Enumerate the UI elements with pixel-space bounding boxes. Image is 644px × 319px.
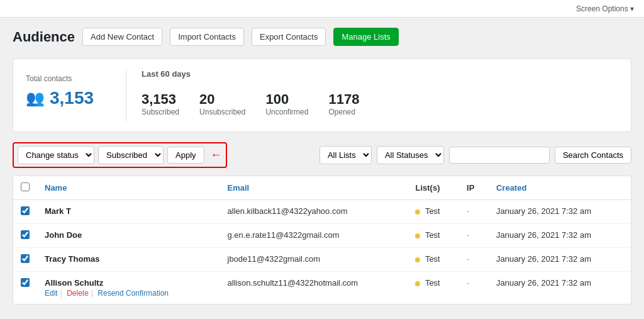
row-name-cell: Mark T — [37, 200, 220, 224]
status-value-dropdown[interactable]: Subscribed — [98, 146, 164, 164]
search-contacts-input[interactable] — [449, 147, 550, 164]
contacts-icon: 👥 — [26, 89, 45, 107]
row-email-cell: allison.schultz11@4322hotmail.com — [220, 272, 408, 305]
subscribed-num: 3,153 — [142, 91, 179, 108]
list-dot-icon — [415, 210, 420, 215]
unsubscribed-label: Unsubscribed — [199, 108, 245, 116]
row-checkbox-cell[interactable] — [13, 224, 37, 248]
row-ip-cell: - — [459, 224, 489, 248]
contacts-table: Name Email List(s) IP Created — [13, 176, 631, 304]
row-email-cell: jbode11@4322gmail.com — [220, 248, 408, 272]
contact-list: Test — [425, 254, 440, 264]
screen-options-button[interactable]: Screen Options ▾ — [576, 4, 634, 13]
manage-lists-button[interactable]: Manage Lists — [333, 28, 398, 46]
contact-created: January 26, 2021 7:32 am — [496, 278, 591, 288]
change-status-dropdown[interactable]: Change status — [18, 146, 94, 164]
stats-card: Total contacts 👥 3,153 Last 60 days 3,15… — [13, 59, 631, 132]
edit-link[interactable]: Edit — [45, 289, 58, 298]
contacts-table-wrap: Name Email List(s) IP Created — [13, 176, 631, 305]
row-email-cell: g.en.e.rate11@4322gmail.com — [220, 224, 408, 248]
row-created-cell: January 26, 2021 7:32 am — [489, 200, 631, 224]
contact-name: John Doe — [45, 230, 213, 240]
delete-link[interactable]: Delete — [67, 289, 89, 298]
row-email-cell: allen.kilback11@4322yahoo.com — [220, 200, 408, 224]
contact-created: January 26, 2021 7:32 am — [496, 230, 591, 240]
import-contacts-button[interactable]: Import Contacts — [170, 28, 244, 46]
contact-ip: - — [467, 206, 469, 216]
row-checkbox[interactable] — [21, 206, 30, 215]
table-row: Tracy Thomas jbode11@4322gmail.com Test … — [13, 248, 631, 272]
col-header-created[interactable]: Created — [489, 176, 631, 200]
export-contacts-button[interactable]: Export Contacts — [252, 28, 326, 46]
contact-ip: - — [467, 278, 469, 288]
list-dot-icon — [415, 281, 420, 286]
contact-created: January 26, 2021 7:32 am — [496, 254, 591, 264]
contact-actions: Edit| Delete| Resend Confirmation — [45, 289, 213, 298]
unconfirmed-num: 100 — [265, 91, 308, 108]
opened-label: Opened — [328, 108, 359, 116]
select-all-checkbox[interactable] — [21, 182, 30, 191]
contact-list: Test — [425, 206, 440, 216]
toolbar: Change status Subscribed Apply ← All Lis… — [13, 142, 631, 168]
row-list-cell: Test — [408, 248, 459, 272]
row-checkbox[interactable] — [21, 254, 30, 263]
screen-options-label: Screen Options ▾ — [576, 4, 634, 13]
col-header-lists: List(s) — [408, 176, 459, 200]
last60-stats: 3,153 Subscribed 20 Unsubscribed 100 Unc… — [142, 86, 618, 121]
table-header-row: Name Email List(s) IP Created — [13, 176, 631, 200]
table-row: Mark T allen.kilback11@4322yahoo.com Tes… — [13, 200, 631, 224]
row-list-cell: Test — [408, 200, 459, 224]
opened-num: 1178 — [328, 91, 359, 108]
all-lists-dropdown[interactable]: All Lists — [319, 146, 372, 164]
total-contacts-label: Total contacts — [26, 74, 111, 83]
select-all-header[interactable] — [13, 176, 37, 200]
contact-email: allison.schultz11@4322hotmail.com — [228, 278, 358, 288]
search-contacts-button[interactable]: Search Contacts — [555, 147, 631, 164]
arrow-icon: ← — [211, 148, 222, 162]
contact-list: Test — [425, 278, 440, 288]
row-ip-cell: - — [459, 200, 489, 224]
row-checkbox-cell[interactable] — [13, 272, 37, 305]
content-area: Total contacts 👥 3,153 Last 60 days 3,15… — [0, 51, 644, 312]
row-created-cell: January 26, 2021 7:32 am — [489, 224, 631, 248]
total-contacts-block: Total contacts 👥 3,153 — [26, 69, 126, 121]
list-dot-icon — [415, 233, 420, 238]
subscribed-stat: 3,153 Subscribed — [142, 91, 179, 116]
row-name-cell: Tracy Thomas — [37, 248, 220, 272]
unsubscribed-stat: 20 Unsubscribed — [199, 91, 245, 116]
row-created-cell: January 26, 2021 7:32 am — [489, 248, 631, 272]
opened-stat: 1178 Opened — [328, 91, 359, 116]
bulk-action-group: Change status Subscribed Apply ← — [13, 142, 227, 168]
row-checkbox[interactable] — [21, 278, 30, 287]
col-header-ip: IP — [459, 176, 489, 200]
row-list-cell: Test — [408, 224, 459, 248]
contact-ip: - — [467, 230, 469, 240]
top-bar: Screen Options ▾ — [0, 0, 644, 18]
page-header: Audience Add New Contact Import Contacts… — [0, 18, 644, 51]
list-dot-icon — [415, 257, 420, 262]
table-row: Allison Schultz Edit| Delete| Resend Con… — [13, 272, 631, 305]
all-statuses-dropdown[interactable]: All Statuses — [377, 146, 444, 164]
contact-email: jbode11@4322gmail.com — [228, 254, 321, 264]
unconfirmed-label: Unconfirmed — [265, 108, 308, 116]
unconfirmed-stat: 100 Unconfirmed — [265, 91, 308, 116]
row-created-cell: January 26, 2021 7:32 am — [489, 272, 631, 305]
row-checkbox-cell[interactable] — [13, 200, 37, 224]
row-ip-cell: - — [459, 272, 489, 305]
row-checkbox[interactable] — [21, 230, 30, 239]
add-new-contact-button[interactable]: Add New Contact — [82, 28, 162, 46]
col-header-email[interactable]: Email — [220, 176, 408, 200]
subscribed-label: Subscribed — [142, 108, 179, 116]
contact-email: allen.kilback11@4322yahoo.com — [228, 206, 348, 216]
col-header-name[interactable]: Name — [37, 176, 220, 200]
row-name-cell: John Doe — [37, 224, 220, 248]
toolbar-right: All Lists All Statuses Search Contacts — [319, 146, 631, 164]
resend-confirmation-link[interactable]: Resend Confirmation — [97, 289, 169, 298]
unsubscribed-num: 20 — [199, 91, 245, 108]
contact-email: g.en.e.rate11@4322gmail.com — [228, 230, 340, 240]
contact-name: Tracy Thomas — [45, 254, 213, 264]
apply-button[interactable]: Apply — [167, 147, 204, 164]
row-checkbox-cell[interactable] — [13, 248, 37, 272]
contact-name: Allison Schultz — [45, 278, 213, 288]
contact-list: Test — [425, 230, 440, 240]
